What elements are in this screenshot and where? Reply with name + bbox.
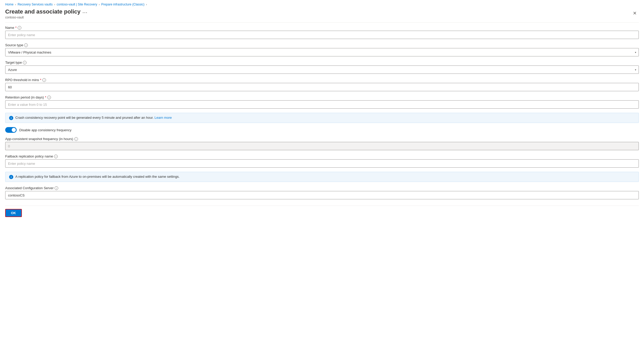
config-server-info-icon: i xyxy=(55,186,58,190)
page-subtitle: contoso-vault xyxy=(5,16,88,19)
rpo-required-star: * xyxy=(40,78,41,82)
breadcrumb-vault[interactable]: contoso-vault | Site Recovery xyxy=(57,3,97,6)
page-title-text: Create and associate policy xyxy=(5,8,81,15)
retention-label: Retention period (in days) * i xyxy=(5,95,639,99)
breadcrumb-sep-2: › xyxy=(54,3,55,6)
breadcrumb-prepare[interactable]: Prepare infrastructure (Classic) xyxy=(101,3,144,6)
name-field: Name * i xyxy=(5,26,639,39)
ok-button[interactable]: OK xyxy=(5,209,22,217)
toggle-thumb xyxy=(12,128,16,132)
failback-info-icon-circle: i xyxy=(9,175,13,179)
retention-info-icon: i xyxy=(47,96,51,99)
target-type-label: Target type i xyxy=(5,61,639,64)
source-type-select-wrapper: VMware / Physical machines ▾ xyxy=(5,48,639,56)
breadcrumb-home[interactable]: Home xyxy=(5,3,14,6)
target-type-select[interactable]: Azure xyxy=(5,65,639,74)
name-info-icon: i xyxy=(18,26,21,30)
toggle-label-text: Disable app consistency frequency xyxy=(19,128,71,132)
toggle-row: Disable app consistency frequency xyxy=(5,127,639,133)
breadcrumb-sep-4: › xyxy=(146,3,147,6)
retention-required-star: * xyxy=(45,95,46,99)
breadcrumb-vaults[interactable]: Recovery Services vaults xyxy=(18,3,53,6)
config-server-label: Associated Configuration Server i xyxy=(5,186,639,190)
rpo-input[interactable]: 60 xyxy=(5,83,639,91)
target-type-select-wrapper: Azure ▾ xyxy=(5,65,639,74)
retention-field: Retention period (in days) * i xyxy=(5,95,639,109)
name-input[interactable] xyxy=(5,31,639,39)
failback-info-text: A replication policy for failback from A… xyxy=(15,175,180,179)
name-label: Name * i xyxy=(5,26,639,30)
source-type-select[interactable]: VMware / Physical machines xyxy=(5,48,639,56)
more-options-icon[interactable]: ... xyxy=(83,9,88,14)
failback-input[interactable] xyxy=(5,159,639,168)
failback-info-icon: i xyxy=(54,155,58,158)
page-title-row: Create and associate policy ... xyxy=(5,8,88,15)
snapshot-label: App-consistent snapshot frequency (in ho… xyxy=(5,137,639,141)
source-type-label: Source type i xyxy=(5,43,639,47)
rpo-info-icon: i xyxy=(42,78,46,82)
target-type-field: Target type i Azure ▾ xyxy=(5,61,639,74)
failback-info-banner: i A replication policy for failback from… xyxy=(5,172,639,182)
policy-form: Name * i Source type i VMware / Physical… xyxy=(5,26,639,199)
crash-consistency-banner: i Crash consistency recovery point will … xyxy=(5,113,639,123)
breadcrumb-sep-3: › xyxy=(99,3,100,6)
name-required-star: * xyxy=(15,26,17,30)
source-type-field: Source type i VMware / Physical machines… xyxy=(5,43,639,56)
header-divider xyxy=(5,22,639,23)
rpo-field: RPO threshold in mins * i 60 xyxy=(5,78,639,91)
source-type-info-icon: i xyxy=(24,43,28,47)
retention-input[interactable] xyxy=(5,100,639,109)
close-button[interactable]: ✕ xyxy=(631,9,639,17)
page-header: Create and associate policy ... contoso-… xyxy=(5,8,639,19)
learn-more-link[interactable]: Learn more xyxy=(154,116,172,120)
snapshot-input: 0 xyxy=(5,142,639,150)
rpo-label: RPO threshold in mins * i xyxy=(5,78,639,82)
breadcrumb: Home › Recovery Services vaults › contos… xyxy=(0,0,644,8)
failback-label: Failback replication policy name i xyxy=(5,154,639,158)
config-server-input[interactable]: contosoCS xyxy=(5,191,639,199)
snapshot-field: App-consistent snapshot frequency (in ho… xyxy=(5,137,639,150)
app-consistency-toggle[interactable] xyxy=(5,127,17,133)
crash-info-text: Crash consistency recovery point will be… xyxy=(15,116,172,120)
snapshot-info-icon: i xyxy=(74,137,78,141)
failback-field: Failback replication policy name i xyxy=(5,154,639,168)
config-server-field: Associated Configuration Server i contos… xyxy=(5,186,639,199)
crash-info-icon: i xyxy=(9,116,13,120)
footer-actions: OK xyxy=(5,206,639,217)
breadcrumb-sep-1: › xyxy=(15,3,16,6)
target-type-info-icon: i xyxy=(23,61,27,64)
